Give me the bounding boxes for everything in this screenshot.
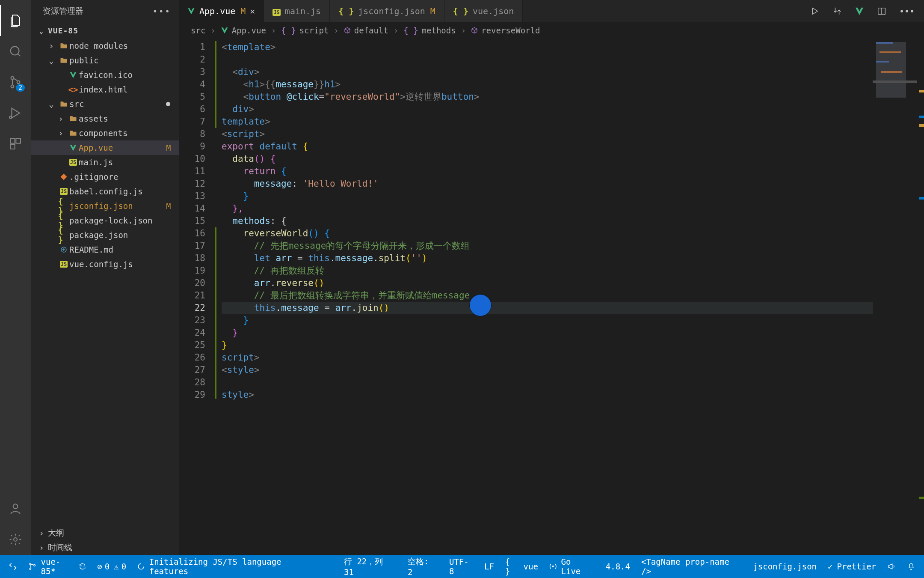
- tree-file[interactable]: <>index.html: [31, 82, 179, 97]
- split-editor-icon[interactable]: [877, 6, 886, 16]
- tab-label: vue.json: [473, 6, 514, 16]
- status-bar: vue-85* ⊘ 0 ⚠ 0 Initializing JS/TS langu…: [0, 555, 924, 578]
- overview-ruler[interactable]: [917, 39, 924, 555]
- unsaved-dot: [166, 102, 170, 106]
- status-remote[interactable]: [9, 562, 17, 571]
- breadcrumb-item[interactable]: { }script: [281, 26, 329, 35]
- breadcrumb-sep: ›: [461, 26, 466, 35]
- breadcrumb-item[interactable]: App.vue: [221, 26, 266, 35]
- tree-file[interactable]: { }jsconfig.jsonM: [31, 199, 179, 213]
- diff-icon[interactable]: [832, 6, 842, 16]
- tree-file[interactable]: README.md: [31, 242, 179, 257]
- code-area[interactable]: <template> <div> <h1>{{message}}h1> <but…: [222, 41, 873, 401]
- tree-file[interactable]: JSmain.js: [31, 155, 179, 170]
- cube-icon: [344, 27, 351, 34]
- svg-point-12: [30, 563, 31, 565]
- js-icon: JS: [58, 188, 69, 195]
- folder-icon: [68, 129, 79, 137]
- tree-file[interactable]: { }package-lock.json: [31, 213, 179, 228]
- tree-folder[interactable]: ›node_modules: [31, 39, 179, 53]
- tree-label: vue.config.js: [69, 259, 173, 269]
- activity-extensions[interactable]: [0, 128, 31, 159]
- explorer-root[interactable]: ⌄ VUE-85: [31, 22, 179, 39]
- activity-run[interactable]: [0, 98, 31, 128]
- status-jsconfig[interactable]: jsconfig.json: [753, 562, 817, 571]
- status-golive[interactable]: Go Live: [549, 557, 595, 576]
- vue-icon[interactable]: [855, 6, 864, 16]
- tree-file[interactable]: .gitignore: [31, 170, 179, 184]
- tab-jsconfig-json[interactable]: { }jsconfig.jsonM: [330, 0, 444, 22]
- status-ln-col[interactable]: 行 22，列 31: [344, 556, 397, 577]
- chevron-right-icon: ›: [56, 114, 65, 123]
- tab-label: jsconfig.json: [358, 6, 425, 16]
- line-gutter: 1234567891011121314151617181920212223242…: [179, 39, 211, 555]
- status-prettier[interactable]: ✓Prettier: [828, 562, 876, 571]
- close-icon[interactable]: ✕: [250, 6, 255, 16]
- status-encoding[interactable]: UTF-8: [449, 557, 473, 576]
- status-branch[interactable]: vue-85*: [28, 557, 86, 576]
- js-icon: JS: [68, 159, 79, 166]
- brace-icon: { }: [403, 26, 418, 35]
- tree-label: README.md: [69, 245, 173, 254]
- breadcrumb-label: script: [299, 26, 329, 35]
- run-icon[interactable]: [810, 6, 820, 16]
- tree-folder[interactable]: ›components: [31, 126, 179, 140]
- status-indent[interactable]: 空格: 2: [408, 556, 438, 577]
- scm-badge: 2: [16, 84, 25, 92]
- chevron-down-icon: ⌄: [38, 26, 45, 35]
- breadcrumb-item[interactable]: { }methods: [403, 26, 456, 35]
- more-icon[interactable]: •••: [899, 6, 915, 16]
- tree-folder[interactable]: ⌄public: [31, 53, 179, 68]
- editor[interactable]: 1234567891011121314151617181920212223242…: [179, 39, 924, 555]
- tab-vue-json[interactable]: { }vue.json: [444, 0, 523, 22]
- activity-account[interactable]: [0, 493, 31, 524]
- git-gutter-added: [215, 227, 216, 399]
- status-lang-init[interactable]: Initializing JS/TS language features: [137, 557, 322, 576]
- tab-main-js[interactable]: JSmain.js: [264, 0, 330, 22]
- status-eol[interactable]: LF: [484, 562, 494, 571]
- md-icon: [58, 246, 69, 253]
- breadcrumb-sep: ›: [271, 26, 276, 35]
- account-icon: [9, 502, 22, 515]
- svg-point-2: [11, 85, 14, 88]
- breadcrumb-item[interactable]: default: [344, 26, 388, 35]
- tree-file[interactable]: favicon.ico: [31, 68, 179, 82]
- tree-file[interactable]: { }package.json: [31, 228, 179, 242]
- tree-file[interactable]: App.vueM: [31, 140, 179, 155]
- tree-folder[interactable]: ›assets: [31, 111, 179, 126]
- outline-section[interactable]: › 大纲: [31, 526, 179, 540]
- breadcrumb-item[interactable]: src: [191, 26, 205, 35]
- file-tree: ›node_modules⌄publicfavicon.ico<>index.h…: [31, 39, 179, 276]
- timeline-section[interactable]: › 时间线: [31, 540, 179, 555]
- activity-settings[interactable]: [0, 524, 31, 555]
- status-bell[interactable]: [907, 562, 915, 571]
- status-tag-helper[interactable]: <TagName prop-name />: [641, 557, 742, 576]
- tree-file[interactable]: JSvue.config.js: [31, 257, 179, 271]
- tree-label: main.js: [79, 158, 173, 167]
- more-icon[interactable]: •••: [153, 6, 171, 16]
- bell-icon: [907, 562, 915, 571]
- explorer-title-row: 资源管理器 •••: [31, 0, 179, 22]
- tree-folder[interactable]: ⌄src: [31, 97, 179, 111]
- sync-icon: [79, 563, 86, 570]
- minimap[interactable]: [873, 39, 924, 150]
- folder-icon: [68, 114, 79, 123]
- broadcast-icon: [549, 563, 557, 570]
- activity-explorer[interactable]: [0, 5, 31, 36]
- tab-App-vue[interactable]: App.vueM✕: [179, 0, 264, 22]
- status-problems[interactable]: ⊘ 0 ⚠ 0: [97, 562, 126, 571]
- breadcrumbs[interactable]: src›App.vue›{ }script›default›{ }methods…: [179, 22, 924, 39]
- tree-file[interactable]: JSbabel.config.js: [31, 184, 179, 199]
- git-gutter-added: [215, 41, 216, 128]
- status-version[interactable]: 4.8.4: [606, 562, 630, 571]
- activity-search[interactable]: [0, 36, 31, 67]
- breadcrumb-label: src: [191, 26, 205, 35]
- status-feedback[interactable]: [887, 562, 896, 571]
- breadcrumb-item[interactable]: reverseWorld: [471, 26, 540, 35]
- extensions-icon: [9, 137, 22, 151]
- activity-source-control[interactable]: 2: [0, 67, 31, 98]
- json-icon: { }: [453, 6, 468, 16]
- folder-icon: [58, 56, 69, 65]
- status-lang[interactable]: { }vue: [505, 557, 538, 576]
- breadcrumb-label: default: [354, 26, 388, 35]
